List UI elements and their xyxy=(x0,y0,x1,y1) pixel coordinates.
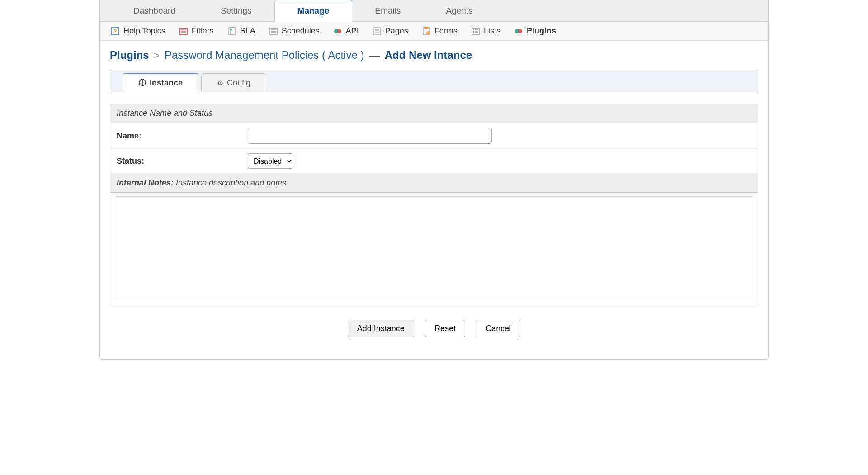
breadcrumb-sep: > xyxy=(152,50,161,61)
notes-editor[interactable] xyxy=(114,196,754,300)
content-area: Plugins > Password Management Policies (… xyxy=(100,41,768,359)
schedules-icon xyxy=(269,27,278,36)
add-instance-button[interactable]: Add Instance xyxy=(348,320,414,337)
subnav-api[interactable]: API xyxy=(333,26,359,36)
subnav-sla[interactable]: SLA xyxy=(227,26,255,36)
tab-config[interactable]: ⚙ Config xyxy=(201,73,266,92)
svg-rect-15 xyxy=(374,28,380,35)
breadcrumb: Plugins > Password Management Policies (… xyxy=(110,49,758,62)
breadcrumb-leaf: Add New Intance xyxy=(385,49,472,61)
subnav-label: Pages xyxy=(385,26,408,36)
section-instance-header: Instance Name and Status xyxy=(110,104,758,123)
sla-icon xyxy=(227,27,236,36)
subnav-pages[interactable]: Pages xyxy=(373,26,408,36)
topnav-emails[interactable]: Emails xyxy=(352,0,423,21)
cancel-button[interactable]: Cancel xyxy=(476,320,520,337)
plugins-icon xyxy=(514,27,523,36)
svg-point-14 xyxy=(337,29,341,33)
subnav-plugins[interactable]: Plugins xyxy=(514,26,556,36)
info-icon: ⓘ xyxy=(139,78,146,88)
topnav-manage[interactable]: Manage xyxy=(274,0,353,22)
app-frame: Dashboard Settings Manage Emails Agents … xyxy=(99,0,769,360)
subnav-label: Lists xyxy=(484,26,500,36)
subnav-filters[interactable]: Filters xyxy=(179,26,214,36)
name-label: Name: xyxy=(117,131,248,141)
notes-header-label: Internal Notes: xyxy=(117,178,174,187)
subnav-label: Plugins xyxy=(527,26,556,36)
subnav-help-topics[interactable]: ? Help Topics xyxy=(111,26,165,36)
lists-icon xyxy=(471,27,480,36)
svg-point-25 xyxy=(473,31,474,32)
svg-point-23 xyxy=(473,29,474,30)
subnav-forms[interactable]: Forms xyxy=(422,26,458,36)
name-input[interactable] xyxy=(248,128,492,144)
top-nav: Dashboard Settings Manage Emails Agents xyxy=(100,0,768,22)
api-icon xyxy=(333,27,342,36)
subnav-lists[interactable]: Lists xyxy=(471,26,500,36)
status-label: Status: xyxy=(117,157,248,166)
filters-icon xyxy=(179,27,188,36)
inner-tab-bar: ⓘ Instance ⚙ Config xyxy=(110,70,758,92)
form-panel: Instance Name and Status Name: Status: D… xyxy=(110,104,758,304)
forms-icon xyxy=(422,27,431,36)
svg-point-27 xyxy=(473,32,474,33)
subnav-label: Forms xyxy=(434,26,458,36)
notes-header-desc: Instance description and notes xyxy=(176,178,286,187)
breadcrumb-plugin-name[interactable]: Password Management Policies ( Active ) xyxy=(165,49,364,61)
tab-label: Instance xyxy=(150,78,183,88)
subnav-label: SLA xyxy=(240,26,255,36)
sub-nav: ? Help Topics Filters SLA Schedules API … xyxy=(100,22,768,41)
status-select[interactable]: Disabled xyxy=(248,153,293,169)
topnav-agents[interactable]: Agents xyxy=(423,0,495,21)
reset-button[interactable]: Reset xyxy=(425,320,465,337)
section-notes-header: Internal Notes: Instance description and… xyxy=(110,174,758,193)
help-topics-icon: ? xyxy=(111,27,120,36)
subnav-schedules[interactable]: Schedules xyxy=(269,26,320,36)
pages-icon xyxy=(373,27,382,36)
subnav-label: Filters xyxy=(192,26,214,36)
subnav-label: API xyxy=(346,26,359,36)
svg-rect-20 xyxy=(425,27,428,29)
row-status: Status: Disabled xyxy=(110,149,758,174)
svg-text:?: ? xyxy=(113,28,117,35)
subnav-label: Schedules xyxy=(282,26,320,36)
action-bar: Add Instance Reset Cancel xyxy=(110,315,758,347)
subnav-label: Help Topics xyxy=(123,26,165,36)
breadcrumb-root[interactable]: Plugins xyxy=(110,49,149,61)
svg-point-21 xyxy=(426,31,430,35)
tab-label: Config xyxy=(227,78,250,88)
row-name: Name: xyxy=(110,123,758,149)
topnav-settings[interactable]: Settings xyxy=(198,0,274,21)
gear-icon: ⚙ xyxy=(217,79,223,87)
breadcrumb-dash: — xyxy=(367,49,382,61)
svg-point-30 xyxy=(518,29,522,33)
svg-point-8 xyxy=(230,28,232,30)
topnav-dashboard[interactable]: Dashboard xyxy=(111,0,198,21)
tab-instance[interactable]: ⓘ Instance xyxy=(123,73,198,92)
